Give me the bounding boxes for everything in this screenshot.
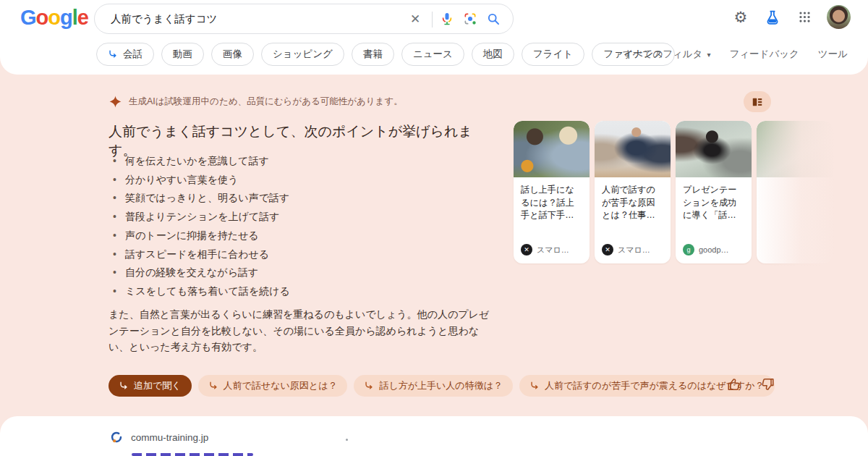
profile-avatar[interactable] <box>827 5 851 29</box>
ai-bullet: 分かりやすい言葉を使う <box>111 171 290 190</box>
site-favicon <box>110 431 123 444</box>
followup-suggestion-chip[interactable]: 人前で話せない原因とは？ <box>198 375 348 397</box>
all-filters-label: すべてのフィルタ <box>623 48 703 61</box>
card-source: ✕ スマロ… <box>602 244 650 256</box>
logo-letter: l <box>72 6 77 30</box>
filter-chip-label: 書籍 <box>363 48 383 61</box>
source-name: スマロ… <box>618 245 650 256</box>
header-links: すべてのフィルタ ▾ フィードバック ツール <box>623 43 848 66</box>
feedback-link[interactable]: フィードバック <box>729 48 799 61</box>
followup-arrow-icon <box>364 381 374 391</box>
ai-answer-paragraph: また、自然と言葉が出るくらいに練習を重ねるのもよいでしょう。他の人のプレゼンテー… <box>109 306 490 355</box>
logo-letter: o <box>36 6 48 30</box>
ai-answer-bullet-list: 何を伝えたいかを意識して話す 分かりやすい言葉を使う 笑顔ではっきりと、明るい声… <box>111 152 290 301</box>
search-divider <box>432 12 433 28</box>
source-name: goodp… <box>699 245 729 254</box>
followup-arrow-icon <box>208 381 218 391</box>
card-strip-edge-fade <box>754 116 868 269</box>
filter-chip-shopping[interactable]: ショッピング <box>261 43 344 66</box>
tools-link[interactable]: ツール <box>818 48 848 61</box>
chevron-down-icon: ▾ <box>707 51 710 59</box>
followup-suggestion-label: 話し方が上手い人の特徴は？ <box>379 379 503 392</box>
filter-chip-label: 会話 <box>123 48 142 61</box>
search-filter-tabs: 会話 動画 画像 ショッピング 書籍 ニュース 地図 フライト ファイナンス <box>96 43 675 66</box>
source-favicon: ✕ <box>521 244 532 256</box>
all-filters-menu[interactable]: すべてのフィルタ ▾ <box>623 48 711 61</box>
ask-followup-button[interactable]: 追加で聞く <box>109 375 192 397</box>
source-favicon: g <box>683 244 694 256</box>
ai-bullet: 普段よりテンションを上げて話す <box>111 208 290 227</box>
logo-letter: G <box>20 6 36 30</box>
google-logo[interactable]: Google <box>20 6 88 30</box>
ai-disclaimer: 生成AIは試験運用中のため、品質にむらがある可能性があります。 <box>109 95 403 109</box>
result-source-row[interactable]: commu-training.jp <box>110 431 208 444</box>
ai-bullet: ミスをしても落ち着いて話を続ける <box>111 282 290 301</box>
ai-view-toggle-button[interactable] <box>744 91 771 112</box>
filter-chip-label: ニュース <box>413 48 453 61</box>
clear-search-icon[interactable]: ✕ <box>407 11 423 27</box>
cut-off-result-link <box>132 453 253 456</box>
google-apps-grid-icon[interactable] <box>795 8 814 27</box>
source-card-2[interactable]: 人前で話すのが苦手な原因とは？仕事… ✕ スマロ… <box>595 121 671 263</box>
ai-followup-row: 追加で聞く 人前で話せない原因とは？ 話し方が上手い人の特徴は？ 人前で話すのが… <box>109 375 775 397</box>
ai-bullet: 笑顔ではっきりと、明るい声で話す <box>111 189 290 208</box>
followup-arrow-icon <box>108 49 118 59</box>
followup-suggestion-label: 人前で話せない原因とは？ <box>224 379 338 392</box>
card-title: 人前で話すのが苦手な原因とは？仕事… <box>595 177 671 222</box>
followup-arrow-icon <box>119 381 129 391</box>
filter-chip-label: 画像 <box>223 48 242 61</box>
search-input[interactable] <box>111 4 400 33</box>
filter-chip-flights[interactable]: フライト <box>522 43 584 66</box>
filter-chip-videos[interactable]: 動画 <box>161 43 204 66</box>
layout-icon <box>752 96 763 108</box>
filter-chip-label: フライト <box>533 48 573 61</box>
filter-chip-label: 動画 <box>173 48 192 61</box>
ai-disclaimer-text: 生成AIは試験運用中のため、品質にむらがある可能性があります。 <box>129 96 403 108</box>
card-source: ✕ スマロ… <box>521 244 569 256</box>
followup-suggestion-chip[interactable]: 話し方が上手い人の特徴は？ <box>354 375 513 397</box>
source-card-1[interactable]: 話し上手になるには？話上手と話下手… ✕ スマロ… <box>514 121 590 263</box>
logo-letter: o <box>48 6 60 30</box>
card-thumbnail <box>595 121 671 177</box>
thumbs-up-icon[interactable] <box>726 376 742 392</box>
header-actions: ⚙ <box>731 5 851 29</box>
filter-chip-books[interactable]: 書籍 <box>352 43 394 66</box>
card-source: g goodp… <box>683 244 729 256</box>
card-thumbnail <box>514 121 590 177</box>
ai-bullet: 自分の経験を交えながら話す <box>111 263 290 282</box>
result-domain: commu-training.jp <box>131 432 208 443</box>
ai-bullet: 声のトーンに抑揚を持たせる <box>111 227 290 245</box>
settings-gear-icon[interactable]: ⚙ <box>731 8 750 27</box>
logo-letter: g <box>60 6 72 30</box>
ai-feedback-buttons <box>726 376 775 392</box>
followup-arrow-icon <box>529 381 540 391</box>
ai-bullet: 話すスピードを相手に合わせる <box>111 245 290 264</box>
thumbs-down-icon[interactable] <box>760 376 775 392</box>
filter-chip-maps[interactable]: 地図 <box>472 43 514 66</box>
card-title: プレゼンテーションを成功に導く「話… <box>676 177 752 222</box>
card-thumbnail <box>676 121 752 177</box>
more-options-dot[interactable] <box>346 439 348 441</box>
filter-chip-label: 地図 <box>483 48 503 61</box>
google-sge-results-page: Google ✕ <box>0 0 868 456</box>
header: Google ✕ <box>0 0 868 75</box>
labs-flask-icon[interactable] <box>763 8 782 27</box>
ask-followup-label: 追加で聞く <box>134 379 182 392</box>
search-submit-icon[interactable] <box>485 11 501 27</box>
filter-chip-label: ショッピング <box>273 48 333 61</box>
google-lens-icon[interactable] <box>462 11 478 27</box>
filter-chip-converse[interactable]: 会話 <box>96 43 154 66</box>
ai-bullet: 何を伝えたいかを意識して話す <box>111 152 290 171</box>
ai-sparkle-icon <box>109 95 122 109</box>
filter-chip-news[interactable]: ニュース <box>401 43 464 66</box>
source-card-3[interactable]: プレゼンテーションを成功に導く「話… g goodp… <box>676 121 752 263</box>
logo-letter: e <box>77 6 88 30</box>
organic-results-section: commu-training.jp <box>0 416 868 456</box>
source-name: スマロ… <box>537 245 569 256</box>
filter-chip-images[interactable]: 画像 <box>211 43 254 66</box>
voice-search-icon[interactable] <box>439 11 455 27</box>
card-title: 話し上手になるには？話上手と話下手… <box>514 177 590 222</box>
search-bar[interactable]: ✕ <box>94 4 514 34</box>
source-favicon: ✕ <box>602 244 613 256</box>
